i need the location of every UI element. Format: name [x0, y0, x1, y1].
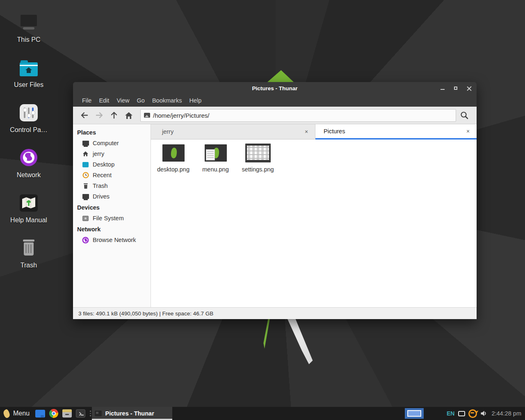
- menu-bar: File Edit View Go Bookmarks Help: [73, 94, 477, 107]
- task-button-label: Pictures - Thunar: [105, 410, 154, 417]
- sidebar-item-label: Drives: [93, 193, 110, 200]
- desktop-icon-user-files[interactable]: User Files: [7, 54, 50, 99]
- desktop-icon-label: Trash: [21, 262, 37, 269]
- menu-go[interactable]: Go: [133, 96, 148, 105]
- sidebar-header-network: Network: [73, 224, 151, 235]
- sidebar-item-drives[interactable]: Drives: [73, 191, 151, 202]
- menu-file[interactable]: File: [78, 96, 95, 105]
- file-manager-launcher[interactable]: [35, 410, 45, 418]
- up-button[interactable]: [107, 109, 121, 122]
- display-tray-icon[interactable]: [458, 411, 465, 416]
- file-name: settings.png: [242, 166, 274, 173]
- terminal-launcher[interactable]: [76, 409, 85, 418]
- image-thumbnail: [162, 144, 185, 162]
- taskbar-grip-handle[interactable]: [90, 411, 91, 416]
- map-icon: [20, 194, 38, 212]
- status-text: 3 files: 490.1 kB (490,050 bytes) | Free…: [78, 310, 213, 317]
- computer-icon: [82, 140, 89, 147]
- sidebar-item-label: jerry: [93, 151, 104, 157]
- tab-close-icon[interactable]: ×: [464, 128, 472, 135]
- thunar-window: Pictures - Thunar File Edit View Go Book…: [73, 82, 477, 319]
- desktop-icon-this-pc[interactable]: This PC: [7, 9, 50, 54]
- image-icon: [144, 113, 150, 118]
- sidebar-item-jerry[interactable]: jerry: [73, 148, 151, 159]
- tab-jerry[interactable]: jerry ×: [151, 124, 315, 139]
- harddisk-icon: [82, 215, 89, 222]
- archive-launcher[interactable]: [62, 409, 72, 418]
- clock[interactable]: 2:44:28 pm: [491, 410, 521, 417]
- forward-button[interactable]: [92, 109, 107, 122]
- workspace-1[interactable]: [407, 410, 421, 417]
- desktop-icon-label: Control Pa…: [10, 126, 48, 134]
- back-button[interactable]: [77, 109, 92, 122]
- tab-label: jerry: [162, 128, 303, 135]
- file-desktop-png[interactable]: desktop.png: [153, 143, 194, 173]
- keyboard-layout-indicator[interactable]: EN: [447, 410, 454, 417]
- tab-pictures[interactable]: Pictures ×: [315, 124, 477, 139]
- task-button-thunar[interactable]: Pictures - Thunar: [92, 407, 172, 420]
- menu-bookmarks[interactable]: Bookmarks: [148, 96, 186, 105]
- menu-help[interactable]: Help: [185, 96, 205, 105]
- sidebar-item-trash[interactable]: Trash: [73, 180, 151, 191]
- maximize-button[interactable]: [452, 84, 459, 92]
- desktop-icon-control-panel[interactable]: Control Pa…: [7, 99, 50, 144]
- sidebar-item-label: Browse Network: [93, 237, 136, 243]
- back-arrow-icon: [80, 112, 89, 119]
- desktop-icon-network[interactable]: Network: [7, 144, 50, 189]
- window-title: Pictures - Thunar: [73, 85, 477, 91]
- status-bar: 3 files: 490.1 kB (490,050 bytes) | Free…: [73, 307, 477, 319]
- trash-icon: [82, 183, 89, 189]
- sidebar-item-recent[interactable]: Recent: [73, 170, 151, 180]
- sidebar-item-desktop[interactable]: Desktop: [73, 159, 151, 170]
- globe-icon: [82, 237, 89, 244]
- desktop-icons: This PC User Files Control Pa… Network: [7, 9, 50, 280]
- sidebar: Places Computer jerry Desktop Recent: [73, 124, 151, 307]
- chrome-launcher[interactable]: [49, 409, 58, 418]
- volume-icon[interactable]: [480, 410, 487, 417]
- image-window-icon: [95, 411, 102, 416]
- search-icon: [460, 111, 469, 120]
- workspace-switcher[interactable]: [405, 408, 424, 419]
- location-bar[interactable]: /home/jerry/Pictures/: [140, 109, 456, 122]
- menu-view[interactable]: View: [113, 96, 133, 105]
- sidebar-item-computer[interactable]: Computer: [73, 138, 151, 148]
- terminal-icon: [76, 409, 85, 418]
- tab-bar: jerry × Pictures ×: [151, 124, 477, 139]
- desktop-icon-label: This PC: [17, 36, 41, 43]
- window-titlebar[interactable]: Pictures - Thunar: [73, 82, 477, 94]
- file-settings-png[interactable]: settings.png: [237, 143, 278, 173]
- desktop-icon-help-manual[interactable]: Help Manual: [7, 189, 50, 235]
- sidebar-header-devices: Devices: [73, 202, 151, 213]
- menu-edit[interactable]: Edit: [95, 96, 113, 105]
- file-menu-png[interactable]: menu.png: [195, 143, 236, 173]
- toolbar: /home/jerry/Pictures/: [73, 107, 477, 124]
- files-icon: [35, 410, 45, 418]
- desktop-icon-label: Help Manual: [10, 217, 47, 224]
- location-path: /home/jerry/Pictures/: [153, 112, 210, 119]
- sidebar-header-places: Places: [73, 127, 151, 138]
- close-button[interactable]: [465, 84, 472, 92]
- desktop-icon: [82, 161, 89, 168]
- computer-icon: [19, 15, 38, 31]
- close-icon: [467, 86, 471, 91]
- sidebar-item-browse-network[interactable]: Browse Network: [73, 235, 151, 245]
- maximize-icon: [454, 87, 457, 90]
- image-thumbnail: [205, 144, 227, 162]
- search-button[interactable]: [456, 109, 472, 122]
- update-manager-icon[interactable]: [468, 409, 477, 418]
- sidebar-item-file-system[interactable]: File System: [73, 213, 151, 224]
- tab-label: Pictures: [324, 128, 464, 135]
- sidebar-item-label: Trash: [93, 183, 108, 189]
- tab-close-icon[interactable]: ×: [303, 128, 310, 135]
- sidebar-item-label: Desktop: [93, 161, 114, 168]
- menu-button[interactable]: Menu: [13, 410, 30, 417]
- mint-menu-icon[interactable]: [3, 409, 11, 418]
- sidebar-item-label: File System: [93, 215, 124, 221]
- home-icon: [82, 151, 89, 158]
- sidebar-item-label: Computer: [93, 140, 119, 146]
- desktop-icon-trash[interactable]: Trash: [7, 235, 50, 280]
- minimize-button[interactable]: [439, 84, 446, 92]
- home-button[interactable]: [121, 109, 136, 122]
- chrome-icon: [49, 409, 58, 418]
- sliders-icon: [20, 104, 38, 121]
